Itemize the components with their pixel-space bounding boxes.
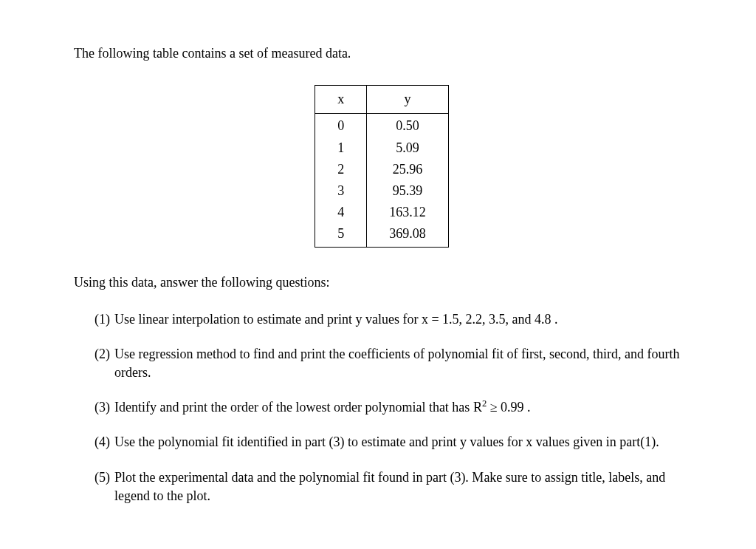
r-base: R	[473, 400, 482, 415]
question-text-pre: Identify and print the order of the lowe…	[114, 400, 473, 415]
table-row: 4 163.12	[315, 202, 449, 223]
table-row: 0 0.50	[315, 114, 449, 137]
question-number: (4)	[94, 433, 110, 451]
data-table-wrap: x y 0 0.50 1 5.09 2 25.96 3 95.39 4	[74, 85, 690, 247]
table-row: 3 95.39	[315, 180, 449, 202]
question-text: Use regression method to find and print …	[114, 345, 690, 382]
question-text: Use the polynomial fit identified in par…	[114, 433, 690, 451]
question-text: Plot the experimental data and the polyn…	[114, 468, 690, 505]
question-item: (3) Identify and print the order of the …	[94, 398, 690, 417]
question-number: (5)	[94, 468, 110, 505]
cell-x: 4	[315, 202, 367, 223]
question-item: (5) Plot the experimental data and the p…	[94, 468, 690, 505]
r-squared: R2	[473, 400, 487, 415]
cell-y: 5.09	[367, 137, 449, 159]
question-text-post: ≥ 0.99 .	[487, 400, 530, 415]
col-header-x: x	[315, 86, 367, 114]
cell-x: 2	[315, 159, 367, 180]
table-row: 1 5.09	[315, 137, 449, 159]
cell-y: 25.96	[367, 159, 449, 180]
question-item: (4) Use the polynomial fit identified in…	[94, 433, 690, 451]
question-number: (2)	[94, 345, 110, 382]
cell-x: 5	[315, 223, 367, 247]
question-number: (1)	[94, 310, 110, 329]
cell-x: 0	[315, 114, 367, 137]
cell-x: 1	[315, 137, 367, 159]
question-number: (3)	[94, 398, 110, 417]
col-header-y: y	[367, 86, 449, 114]
cell-x: 3	[315, 180, 367, 202]
cell-y: 163.12	[367, 202, 449, 223]
question-item: (1) Use linear interpolation to estimate…	[94, 310, 690, 329]
question-text: Identify and print the order of the lowe…	[114, 398, 690, 417]
question-text: Use linear interpolation to estimate and…	[114, 310, 690, 329]
lead-text: Using this data, answer the following qu…	[74, 273, 690, 292]
cell-y: 0.50	[367, 114, 449, 137]
data-table: x y 0 0.50 1 5.09 2 25.96 3 95.39 4	[315, 85, 449, 247]
cell-y: 369.08	[367, 223, 449, 247]
question-item: (2) Use regression method to find and pr…	[94, 345, 690, 382]
table-row: 2 25.96	[315, 159, 449, 180]
cell-y: 95.39	[367, 180, 449, 202]
questions-list: (1) Use linear interpolation to estimate…	[74, 310, 690, 505]
intro-text: The following table contains a set of me…	[74, 44, 690, 63]
table-row: 5 369.08	[315, 223, 449, 247]
